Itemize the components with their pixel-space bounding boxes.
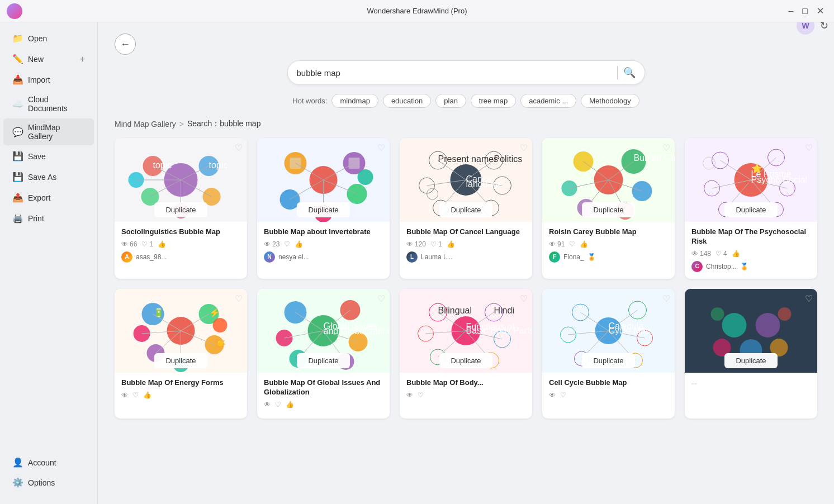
gallery-card-1[interactable]: topic topic ♡ Duplicate Sociolinguistics…: [115, 138, 247, 279]
card-stats-4: 👁 91 ♡ 👍: [549, 240, 668, 248]
gallery-card-8[interactable]: Bilingual Hindi Functions of Basic Body …: [400, 289, 532, 419]
card-thumb-8: Bilingual Hindi Functions of Basic Body …: [400, 289, 532, 373]
sidebar-item-saveas[interactable]: 💾 Save As: [3, 167, 94, 187]
breadcrumb-parent[interactable]: Mind Map Gallery: [115, 120, 176, 129]
likes-8: ♡: [418, 391, 424, 399]
sidebar-label-export: Export: [28, 193, 50, 202]
app-body: 📁 Open ✏️ New + 📥 Import ☁️ Cloud Docume…: [0, 22, 834, 504]
hot-tag-academic[interactable]: academic ...: [520, 94, 576, 108]
duplicate-button-5[interactable]: Duplicate: [724, 202, 777, 217]
hot-tag-plan[interactable]: plan: [435, 94, 466, 108]
main-content: W ↻ ← 🔍 Hot words: mindmap education pla…: [98, 22, 834, 504]
heart-button-10[interactable]: ♡: [805, 293, 813, 304]
author-avatar-3: L: [406, 251, 418, 263]
gallery-card-5[interactable]: Le Prisme Psycho Social ⭐ ♡ Duplicate Bu…: [685, 138, 817, 279]
breadcrumb-separator: >: [179, 120, 184, 129]
titlebar-avatar[interactable]: [7, 3, 22, 19]
duplicate-button-8[interactable]: Duplicate: [439, 353, 492, 368]
heart-button-9[interactable]: ♡: [662, 293, 670, 304]
sidebar-item-save[interactable]: 💾 Save: [3, 146, 94, 166]
search-divider: [617, 66, 618, 79]
svg-text:Basic Body Parts: Basic Body Parts: [466, 326, 533, 335]
card-stats-5: 👁 148 ♡ 4 👍: [691, 250, 811, 258]
back-button[interactable]: ←: [115, 34, 136, 55]
duplicate-button-9[interactable]: Duplicate: [582, 353, 634, 368]
gallery-card-7[interactable]: Global Issues and Globalization ♡ Duplic…: [257, 289, 390, 419]
sidebar-item-open[interactable]: 📁 Open: [3, 28, 94, 48]
likes-6: ♡: [132, 391, 139, 399]
duplicate-button-4[interactable]: Duplicate: [582, 202, 634, 217]
hot-tag-mindmap[interactable]: mindmap: [331, 94, 378, 108]
card-overlay-7: Duplicate: [257, 349, 390, 373]
heart-button-8[interactable]: ♡: [520, 293, 528, 304]
hot-tag-methodology[interactable]: Methodology: [581, 94, 639, 108]
card-overlay-3: Duplicate: [400, 198, 532, 222]
card-info-9: Cell Cycle Bubble Map 👁 ♡: [542, 373, 675, 409]
gallery-card-6[interactable]: 🔋 ⚡ ☀️ ♡ Duplicate: [115, 289, 247, 419]
card-stats-7: 👁 ♡ 👍: [264, 401, 383, 408]
maximize-button[interactable]: □: [799, 5, 811, 17]
close-button[interactable]: ✕: [813, 4, 827, 17]
new-plus-icon[interactable]: +: [80, 54, 85, 64]
heart-button-7[interactable]: ♡: [377, 293, 385, 304]
card-title-6: Bubble Map Of Energy Forms: [121, 378, 240, 388]
gallery-card-4[interactable]: Bubble Care ♡ Duplicate Roisin Carey Bub…: [542, 138, 675, 279]
likes-9: ♡: [560, 391, 566, 399]
duplicate-button-10[interactable]: Duplicate: [724, 353, 777, 368]
user-avatar[interactable]: W: [797, 22, 814, 35]
author-name-5: Christop...: [706, 263, 737, 270]
svg-point-68: [703, 157, 715, 169]
gallery-card-2[interactable]: ♡ Duplicate Bubble Map about Invertebrat…: [257, 138, 390, 279]
refresh-button[interactable]: ↻: [820, 22, 828, 32]
heart-button-4[interactable]: ♡: [662, 142, 670, 153]
gallery-card-9[interactable]: Caledula Cycle Map ♡ Duplicate Cell Cycl…: [542, 289, 675, 419]
search-input[interactable]: [297, 68, 612, 78]
views-6: 👁: [121, 391, 128, 399]
duplicate-button-1[interactable]: Duplicate: [154, 202, 207, 217]
sidebar-item-account[interactable]: 👤 Account: [3, 453, 94, 472]
window-controls[interactable]: – □ ✕: [785, 4, 827, 17]
card-title-10: ...: [691, 378, 811, 387]
sidebar-item-export[interactable]: 📤 Export: [3, 188, 94, 207]
hot-tag-education[interactable]: education: [383, 94, 431, 108]
search-button[interactable]: 🔍: [623, 66, 636, 79]
open-icon: 📁: [12, 33, 23, 44]
breadcrumb-current: Search：bubble map: [187, 119, 261, 129]
card-title-8: Bubble Map Of Body...: [406, 378, 525, 388]
duplicate-button-6[interactable]: Duplicate: [154, 353, 207, 368]
heart-button-2[interactable]: ♡: [377, 142, 385, 153]
sidebar-item-print[interactable]: 🖨️ Print: [3, 208, 94, 228]
heart-button-1[interactable]: ♡: [235, 142, 243, 153]
hot-tag-treemap[interactable]: tree map: [471, 94, 516, 108]
card-overlay-1: Duplicate: [115, 198, 247, 222]
sidebar-label-import: Import: [28, 75, 50, 84]
sidebar-item-options[interactable]: ⚙️ Options: [3, 473, 94, 492]
sidebar-spacer: [0, 229, 97, 452]
card-info-10: ...: [685, 373, 817, 397]
card-info-6: Bubble Map Of Energy Forms 👁 ♡ 👍: [115, 373, 247, 409]
sidebar-item-mindmap[interactable]: 💬 MindMap Gallery: [3, 118, 94, 145]
author-name-4: Fiona_: [563, 253, 584, 261]
svg-text:Politics: Politics: [494, 154, 523, 164]
gallery-card-3[interactable]: Cancel language Present names Politics ♡…: [400, 138, 532, 279]
heart-button-5[interactable]: ♡: [805, 142, 813, 153]
likes-5: ♡ 4: [715, 250, 727, 258]
sidebar-item-import[interactable]: 📥 Import: [3, 70, 94, 89]
duplicate-button-2[interactable]: Duplicate: [297, 202, 349, 217]
heart-button-3[interactable]: ♡: [520, 142, 528, 153]
heart-button-6[interactable]: ♡: [235, 293, 243, 304]
minimize-button[interactable]: –: [785, 5, 797, 17]
duplicate-button-7[interactable]: Duplicate: [297, 353, 349, 368]
card-thumb-3: Cancel language Present names Politics ♡…: [400, 138, 532, 222]
gallery-card-10[interactable]: ♡ Duplicate ...: [685, 289, 817, 419]
gold-badge-5: 🏅: [740, 263, 748, 270]
svg-text:topic: topic: [209, 160, 228, 170]
sidebar-item-new[interactable]: ✏️ New +: [3, 49, 94, 69]
card-info-1: Sociolinguistics Bubble Map 👁 66 ♡ 1 👍 A…: [115, 222, 247, 269]
views-7: 👁: [264, 401, 271, 408]
author-name-3: Lauma L...: [421, 253, 453, 261]
sidebar-item-cloud[interactable]: ☁️ Cloud Documents: [3, 91, 94, 117]
duplicate-button-3[interactable]: Duplicate: [439, 202, 492, 217]
card-thumb-5: Le Prisme Psycho Social ⭐ ♡ Duplicate: [685, 138, 817, 222]
thumbup-2: 👍: [295, 240, 303, 248]
